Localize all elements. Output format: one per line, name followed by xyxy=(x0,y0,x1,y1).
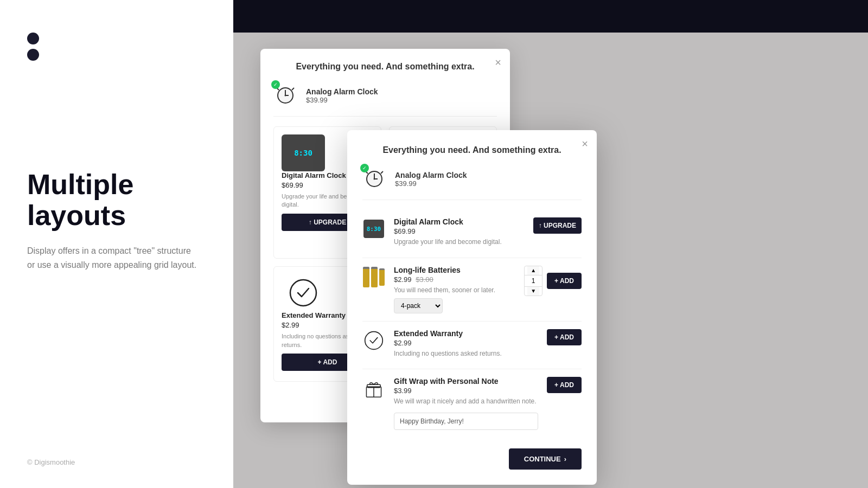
modal-grid-product-row: ✓ Analog Alarm Clock $39.99 xyxy=(273,82,497,117)
list-item-name-digital: Digital Alarm Clock xyxy=(394,217,525,226)
front-check-badge: ✓ xyxy=(360,164,369,172)
modal-grid-product-info: Analog Alarm Clock $39.99 xyxy=(306,87,378,104)
modal-front-footer: CONTINUE › xyxy=(362,448,582,470)
top-bar xyxy=(233,0,868,33)
list-add-warranty-button[interactable]: + ADD xyxy=(547,329,582,345)
modal-grid-title: Everything you need. And something extra… xyxy=(273,62,497,72)
modal-list-close-button[interactable]: × xyxy=(582,138,588,150)
qty-input[interactable] xyxy=(525,275,542,287)
svg-line-5 xyxy=(292,88,294,90)
check-badge: ✓ xyxy=(271,80,280,89)
batteries-old-price: $3.00 xyxy=(416,275,433,284)
front-product-name: Analog Alarm Clock xyxy=(395,171,467,179)
product-image-wrap: ✓ xyxy=(273,82,299,108)
svg-line-15 xyxy=(381,171,383,174)
modal-product-name: Analog Alarm Clock xyxy=(306,87,378,96)
list-item-name-warranty: Extended Warranty xyxy=(394,329,538,338)
list-item-price-warranty: $2.99 xyxy=(394,339,538,347)
left-panel: Multiple layouts Display offers in a com… xyxy=(0,0,233,488)
warranty-action: + ADD xyxy=(547,329,582,345)
page-description: Display offers in a compact "tree" struc… xyxy=(27,244,201,272)
warranty-icon-wrap-front xyxy=(362,329,385,352)
gift-wrap-action: + ADD xyxy=(547,377,582,393)
qty-down-button[interactable]: ▼ xyxy=(527,287,539,296)
logo-dot-top xyxy=(27,33,39,44)
batteries-icon-wrap xyxy=(362,266,385,288)
front-product-image-wrap: ✓ xyxy=(362,166,388,192)
batteries-action: ▲ ▼ + ADD xyxy=(524,266,582,296)
gift-wrap-icon xyxy=(363,378,384,399)
list-item-desc-batteries: You will need them, sooner or later. xyxy=(394,286,515,295)
digital-clock-action: ↑ UPGRADE xyxy=(533,217,582,234)
list-item-price-gift: $3.99 xyxy=(394,387,538,395)
front-product-price: $39.99 xyxy=(395,179,467,188)
page-title: Multiple layouts xyxy=(27,169,206,231)
batteries-list-select[interactable]: 4-pack xyxy=(394,298,443,313)
modal-list-title: Everything you need. And something extra… xyxy=(362,145,582,155)
svg-point-16 xyxy=(365,331,383,349)
digital-clock-icon-wrap: 8:30 xyxy=(362,217,385,240)
battery-c xyxy=(379,268,385,286)
qty-up-button[interactable]: ▲ xyxy=(527,266,539,275)
right-panel: × Everything you need. And something ext… xyxy=(233,0,868,488)
gift-note-input[interactable] xyxy=(394,413,538,430)
list-item-price-batteries: $2.99 $3.00 xyxy=(394,275,515,284)
warranty-icon xyxy=(288,278,318,308)
list-item-name-gift: Gift Wrap with Personal Note xyxy=(394,377,538,386)
modal-list-product-row: ✓ Analog Alarm Clock $39.99 xyxy=(362,166,582,200)
list-item-desc-warranty: Including no questions asked returns. xyxy=(394,349,538,358)
battery-a xyxy=(363,267,369,287)
copyright: © Digismoothie xyxy=(27,458,75,466)
batteries-display xyxy=(363,267,385,287)
batteries-select-wrap: 4-pack xyxy=(394,298,515,313)
list-item-desc-gift: We will wrap it nicely and add a handwri… xyxy=(394,397,538,406)
front-product-info: Analog Alarm Clock $39.99 xyxy=(395,171,467,188)
batteries-qty-control: ▲ ▼ xyxy=(524,266,542,296)
modal-product-price: $39.99 xyxy=(306,96,378,104)
list-item-digital-clock: 8:30 Digital Alarm Clock $69.99 Upgrade … xyxy=(362,210,582,258)
svg-point-3 xyxy=(285,95,286,97)
list-item-price-digital: $69.99 xyxy=(394,227,525,235)
battery-b xyxy=(371,267,378,287)
list-item-desc-digital: Upgrade your life and become digital. xyxy=(394,237,525,247)
svg-point-13 xyxy=(374,178,375,180)
list-item-warranty: Extended Warranty $2.99 Including no que… xyxy=(362,322,582,370)
list-item-gift-wrap: Gift Wrap with Personal Note $3.99 We wi… xyxy=(362,369,582,438)
list-upgrade-button[interactable]: ↑ UPGRADE xyxy=(533,217,582,234)
digital-clock-display: 8:30 xyxy=(363,220,384,238)
batteries-new-price: $2.99 xyxy=(394,275,412,284)
continue-arrow: › xyxy=(564,455,566,463)
logo xyxy=(27,33,206,61)
list-item-name-batteries: Long-life Batteries xyxy=(394,266,515,274)
list-add-gift-button[interactable]: + ADD xyxy=(547,377,582,393)
warranty-content: Extended Warranty $2.99 Including no que… xyxy=(394,329,538,362)
svg-point-6 xyxy=(290,280,316,306)
digital-clock-image: 8:30 xyxy=(282,134,325,171)
digital-clock-content: Digital Alarm Clock $69.99 Upgrade your … xyxy=(394,217,525,250)
list-add-batteries-button[interactable]: + ADD xyxy=(547,273,582,289)
continue-label: CONTINUE xyxy=(524,455,561,463)
gift-wrap-content: Gift Wrap with Personal Note $3.99 We wi… xyxy=(394,377,538,430)
modal-grid-close-button[interactable]: × xyxy=(495,56,501,69)
list-continue-button[interactable]: CONTINUE › xyxy=(509,448,582,470)
list-item-batteries: Long-life Batteries $2.99 $3.00 You will… xyxy=(362,258,582,322)
batteries-content: Long-life Batteries $2.99 $3.00 You will… xyxy=(394,266,515,313)
warranty-check-icon xyxy=(363,330,384,351)
modal-list: × Everything you need. And something ext… xyxy=(347,130,597,485)
logo-dot-bottom xyxy=(27,49,39,61)
warranty-image xyxy=(282,274,325,311)
gift-wrap-icon-wrap xyxy=(362,377,385,400)
